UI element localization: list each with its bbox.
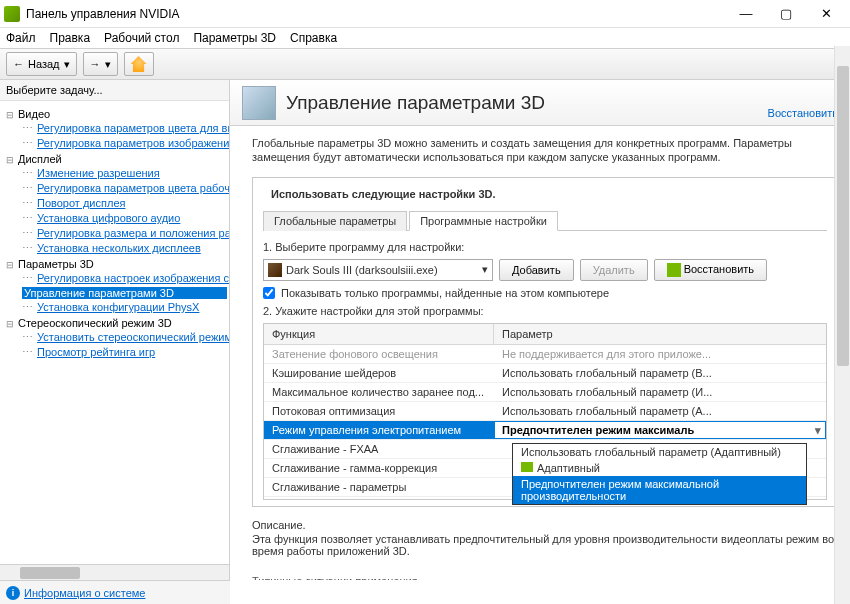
system-info-link[interactable]: Информация о системе (24, 587, 145, 599)
footer-title: Типичные ситуации применения. (252, 575, 838, 580)
vertical-scrollbar[interactable] (834, 80, 850, 580)
group-title: Использовать следующие настройки 3D. (267, 188, 500, 200)
tree-item[interactable]: Поворот дисплея (22, 197, 227, 210)
remove-button[interactable]: Удалить (580, 259, 648, 281)
description-body: Эта функция позволяет устанавливать пред… (252, 533, 838, 557)
cell-param: Использовать глобальный параметр (В... (494, 364, 826, 382)
cell-param-dropdown[interactable]: Предпочтителен режим максималь (494, 421, 826, 439)
tree-item[interactable]: Регулировка настроек изображения с пр (22, 272, 227, 285)
close-button[interactable]: ✕ (806, 1, 846, 27)
cell-func: Кэширование шейдеров (264, 364, 494, 382)
intro-text: Глобальные параметры 3D можно заменить и… (252, 136, 838, 165)
tree-item[interactable]: Установка конфигурации PhysX (22, 301, 227, 314)
dropdown-option[interactable]: Использовать глобальный параметр (Адапти… (513, 444, 806, 460)
dropdown-option-selected[interactable]: Предпочтителен режим максимальной произв… (513, 476, 806, 504)
page-icon (242, 86, 276, 120)
cell-func: Сглаживание - FXAA (264, 440, 494, 458)
task-header: Выберите задачу... (0, 80, 229, 101)
back-label: Назад (28, 58, 60, 70)
cell-func: Сглаживание - прозрачность (264, 497, 494, 499)
horizontal-scrollbar[interactable] (0, 564, 229, 580)
tree-cat-stereo[interactable]: Стереоскопический режим 3D (6, 317, 227, 329)
tree-item[interactable]: Регулировка параметров цвета для вид (22, 122, 227, 135)
cell-func: Сглаживание - гамма-коррекция (264, 459, 494, 477)
cell-func: Максимальное количество заранее под... (264, 383, 494, 401)
cell-param: Использовать глобальный параметр (И... (494, 383, 826, 401)
only-this-pc-label: Показывать только программы, найденные н… (281, 287, 609, 299)
tree-item[interactable]: Просмотр рейтинга игр (22, 346, 227, 359)
back-arrow-icon: ← (13, 58, 24, 70)
description-title: Описание. (252, 519, 838, 531)
power-mode-dropdown[interactable]: Использовать глобальный параметр (Адапти… (512, 443, 807, 505)
table-row[interactable]: Потоковая оптимизацияИспользовать глобал… (264, 402, 826, 421)
cell-func: Потоковая оптимизация (264, 402, 494, 420)
menu-3d[interactable]: Параметры 3D (193, 31, 276, 45)
chevron-down-icon: ▾ (482, 263, 488, 276)
tree-item[interactable]: Изменение разрешения (22, 167, 227, 180)
program-icon (268, 263, 282, 277)
restore-defaults-link[interactable]: Восстановить (768, 107, 838, 119)
restore-button[interactable]: Восстановить (654, 259, 767, 281)
back-button[interactable]: ← Назад ▾ (6, 52, 77, 76)
tree-cat-3d[interactable]: Параметры 3D (6, 258, 227, 270)
table-row-selected[interactable]: Режим управления электропитаниемПредпочт… (264, 421, 826, 440)
program-select[interactable]: Dark Souls III (darksoulsiii.exe) ▾ (263, 259, 493, 281)
scrollbar-thumb[interactable] (20, 567, 80, 579)
nvidia-icon (667, 263, 681, 277)
tree-item[interactable]: Установка цифрового аудио (22, 212, 227, 225)
chevron-down-icon: ▾ (64, 58, 70, 71)
tab-program[interactable]: Программные настройки (409, 211, 558, 231)
table-row[interactable]: Максимальное количество заранее под...Ис… (264, 383, 826, 402)
only-this-pc-checkbox[interactable] (263, 287, 275, 299)
cell-func: Сглаживание - параметры (264, 478, 494, 496)
maximize-button[interactable]: ▢ (766, 1, 806, 27)
cell-func: Затенение фонового освещения (264, 345, 494, 363)
tree-item[interactable]: Регулировка параметров цвета рабочег (22, 182, 227, 195)
scrollbar-thumb[interactable] (837, 80, 849, 366)
chevron-down-icon: ▾ (105, 58, 111, 71)
menu-edit[interactable]: Правка (50, 31, 91, 45)
menu-file[interactable]: Файл (6, 31, 36, 45)
dropdown-option[interactable]: Адаптивный (513, 460, 806, 476)
info-icon: i (6, 586, 20, 600)
forward-arrow-icon: → (90, 58, 101, 70)
tree-item[interactable]: Установка нескольких дисплеев (22, 242, 227, 255)
menu-help[interactable]: Справка (290, 31, 337, 45)
tab-global[interactable]: Глобальные параметры (263, 211, 407, 231)
menu-desktop[interactable]: Рабочий стол (104, 31, 179, 45)
step2-label: 2. Укажите настройки для этой программы: (263, 305, 827, 317)
home-button[interactable] (124, 52, 154, 76)
home-icon (131, 56, 147, 72)
restore-btn-label: Восстановить (684, 263, 754, 275)
window-title: Панель управления NVIDIA (26, 7, 726, 21)
tree-item[interactable]: Установить стереоскопический режим 3 (22, 331, 227, 344)
cell-func: Режим управления электропитанием (264, 421, 494, 439)
tree-item-manage-3d[interactable]: Управление параметрами 3D (22, 287, 227, 299)
tree-cat-display[interactable]: Дисплей (6, 153, 227, 165)
forward-button[interactable]: → ▾ (83, 52, 118, 76)
program-select-value: Dark Souls III (darksoulsiii.exe) (286, 264, 438, 276)
table-row[interactable]: Кэширование шейдеровИспользовать глобаль… (264, 364, 826, 383)
th-parameter[interactable]: Параметр (494, 324, 826, 344)
cell-param: Использовать глобальный параметр (А... (494, 402, 826, 420)
minimize-button[interactable]: — (726, 1, 766, 27)
task-tree: Видео Регулировка параметров цвета для в… (0, 101, 229, 564)
table-row[interactable]: Затенение фонового освещенияНе поддержив… (264, 345, 826, 364)
tree-item[interactable]: Регулировка параметров изображения д (22, 137, 227, 150)
tree-cat-video[interactable]: Видео (6, 108, 227, 120)
cell-param: Не поддерживается для этого приложе... (494, 345, 826, 363)
page-title: Управление параметрами 3D (286, 92, 768, 114)
th-function[interactable]: Функция (264, 324, 494, 344)
tree-item[interactable]: Регулировка размера и положения рабо (22, 227, 227, 240)
add-button[interactable]: Добавить (499, 259, 574, 281)
step1-label: 1. Выберите программу для настройки: (263, 241, 827, 253)
nvidia-app-icon (4, 6, 20, 22)
